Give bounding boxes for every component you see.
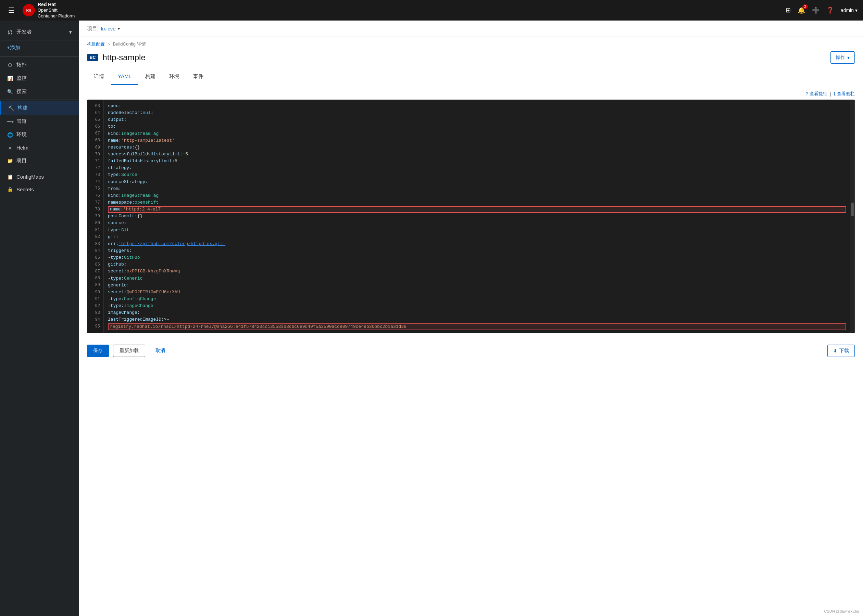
search-icon: 🔍 — [7, 89, 13, 94]
line-80: source: — [108, 220, 846, 226]
build-icon: 🔨 — [8, 105, 14, 111]
sidebar-build-label: 构建 — [17, 105, 28, 111]
line-63: spec: — [108, 103, 846, 110]
actions-label: 操作 — [836, 54, 845, 61]
project-selector[interactable]: 项目: fix-cve ▾ — [87, 25, 120, 32]
shortcut-text: 查看捷径 — [809, 91, 827, 97]
ln-80: 80 — [87, 220, 104, 226]
ln-68: 68 — [87, 137, 104, 144]
code-section: ? 查看捷径 | ℹ 查看侧栏 63 64 65 66 6 — [79, 85, 863, 339]
code-help-bar: ? 查看捷径 | ℹ 查看侧栏 — [87, 91, 855, 97]
sidebar-item-build[interactable]: 🔨 构建 — [0, 101, 79, 115]
brand-platform: Container Platform — [38, 13, 75, 19]
code-icon: ⟨/⟩ — [7, 30, 13, 35]
ln-75: 75 — [87, 185, 104, 192]
line-84: triggers: — [108, 247, 846, 254]
plus-icon[interactable]: ➕ — [812, 6, 819, 14]
bc-badge: BC — [87, 54, 98, 61]
line-70: successfulBuildsHistoryLimit: 5 — [108, 151, 846, 158]
brand-product: OpenShift — [38, 8, 75, 13]
line-71: failedBuildsHistoryLimit: 5 — [108, 158, 846, 165]
sidebar-item-monitor[interactable]: 📊 监控 — [0, 72, 79, 85]
code-content: spec: nodeSelector: null output: to: kin… — [104, 100, 850, 333]
sidebar-developer-label: 开发者 — [16, 29, 32, 35]
sidebar-item-search[interactable]: 🔍 搜索 — [0, 85, 79, 98]
project-name: fix-cve — [101, 26, 115, 31]
cancel-button[interactable]: 取消 — [149, 345, 171, 357]
line-87: secret: oxPPIGB-khzgPhXRhwVq — [108, 268, 846, 275]
add-label: +添加 — [7, 44, 20, 51]
grid-icon[interactable]: ⊞ — [786, 6, 791, 14]
help-icon[interactable]: ❓ — [826, 6, 834, 14]
tab-env[interactable]: 环境 — [162, 69, 186, 85]
sidebar-item-secrets[interactable]: 🔒 Secrets — [0, 183, 79, 196]
save-button[interactable]: 保存 — [87, 345, 109, 357]
ln-65: 65 — [87, 116, 104, 123]
sidebar-pipeline-label: 管道 — [16, 118, 27, 124]
line-91: - type: ConfigChange — [108, 296, 846, 303]
sidebar-topology-label: 拓扑 — [16, 61, 27, 68]
line-67: kind: ImageStreamTag — [108, 130, 846, 137]
ln-64: 64 — [87, 110, 104, 116]
sidebar-secrets-label: Secrets — [16, 187, 34, 192]
sidebar-item-pipeline[interactable]: ⟿ 管道 — [0, 115, 79, 128]
user-menu[interactable]: admin ▾ — [841, 8, 858, 13]
code-scrollbar-thumb[interactable] — [851, 203, 854, 216]
page-title-left: BC http-sample — [87, 53, 146, 62]
brand-name: Red Hat — [38, 2, 75, 8]
tab-builds[interactable]: 构建 — [139, 69, 162, 85]
page-title-row: BC http-sample 操作 ▾ — [79, 49, 863, 69]
secrets-icon: 🔒 — [7, 187, 13, 192]
reload-button[interactable]: 重新加载 — [113, 345, 145, 357]
shortcut-link[interactable]: ? 查看捷径 — [805, 91, 827, 97]
sidebar-item-project[interactable]: 📁 项目 — [0, 154, 79, 167]
tabs: 详情 YAML 构建 环境 事件 — [79, 69, 863, 85]
tab-events[interactable]: 事件 — [186, 69, 210, 85]
sidebar: ⟨/⟩ 开发者 ▾ +添加 ⬡ 拓扑 📊 监控 🔍 搜索 🔨 构建 ⟿ 管道 — [0, 20, 79, 616]
sidebar-item-helm[interactable]: ⎈ Helm — [0, 141, 79, 154]
sidebar-project-label: 项目 — [16, 157, 27, 164]
attribution: CSDN @dawnsky.liu — [824, 609, 859, 613]
line-83: uri: 'https://github.com/sclorg/httpd-ex… — [108, 240, 846, 247]
line-68: name: 'http-sample:latest' — [108, 137, 846, 144]
tab-details[interactable]: 详情 — [87, 69, 111, 85]
ln-84: 84 — [87, 247, 104, 254]
breadcrumb-parent[interactable]: 构建配置 — [87, 41, 105, 47]
download-icon: ⬇ — [833, 348, 837, 354]
sidebar-item-configmaps[interactable]: 📋 ConfigMaps — [0, 170, 79, 183]
sidebar-item-env[interactable]: 🌐 环境 — [0, 128, 79, 141]
brand-text: Red Hat OpenShift Container Platform — [38, 2, 75, 19]
sidebar-developer-toggle[interactable]: ⟨/⟩ 开发者 ▾ — [0, 24, 79, 40]
ln-74: 74 — [87, 179, 104, 185]
line-75: from: — [108, 185, 846, 192]
line-86: github: — [108, 261, 846, 268]
download-button[interactable]: ⬇ 下载 — [827, 345, 855, 357]
ln-77: 77 — [87, 199, 104, 206]
ln-70: 70 — [87, 151, 104, 158]
line-64: nodeSelector: null — [108, 110, 846, 116]
ln-91: 91 — [87, 296, 104, 303]
line-81: type: Git — [108, 227, 846, 234]
code-editor[interactable]: 63 64 65 66 67 68 69 70 71 72 73 74 75 7… — [87, 100, 855, 333]
bell-icon[interactable]: 🔔 2 — [798, 6, 805, 14]
actions-button[interactable]: 操作 ▾ — [830, 51, 855, 64]
username: admin — [841, 8, 854, 13]
navbar-right: ⊞ 🔔 2 ➕ ❓ admin ▾ — [786, 6, 858, 14]
ln-67: 67 — [87, 130, 104, 137]
line-65: output: — [108, 116, 846, 123]
ln-72: 72 — [87, 165, 104, 171]
line-66: to: — [108, 123, 846, 130]
menu-icon[interactable]: ☰ — [5, 5, 17, 16]
code-scrollbar[interactable] — [850, 100, 854, 333]
monitor-icon: 📊 — [7, 75, 13, 81]
line-79: postCommit: {} — [108, 213, 846, 220]
line-90: secret: QwP02EIRiGmEfU6crXhU — [108, 289, 846, 296]
sidebar-env-label: 环境 — [16, 131, 27, 138]
ln-81: 81 — [87, 227, 104, 234]
layout: ⟨/⟩ 开发者 ▾ +添加 ⬡ 拓扑 📊 监控 🔍 搜索 🔨 构建 ⟿ 管道 — [0, 20, 863, 616]
sidebar-view-link[interactable]: ℹ 查看侧栏 — [834, 91, 855, 97]
sidebar-item-topology[interactable]: ⬡ 拓扑 — [0, 58, 79, 72]
ln-87: 87 — [87, 268, 104, 275]
tab-yaml[interactable]: YAML — [111, 69, 139, 85]
sidebar-add-button[interactable]: +添加 — [0, 40, 79, 55]
